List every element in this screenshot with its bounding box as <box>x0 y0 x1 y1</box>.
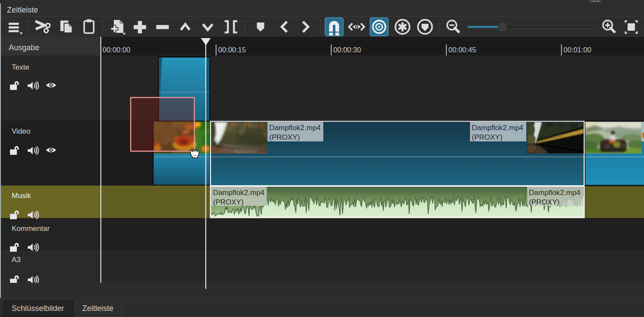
svg-text:(PROXY): (PROXY) <box>269 133 300 141</box>
svg-text:Dampflok2.mp4: Dampflok2.mp4 <box>529 189 580 197</box>
svg-text:(PROXY): (PROXY) <box>472 133 502 141</box>
svg-text:Dampflok2.mp4: Dampflok2.mp4 <box>472 124 523 132</box>
svg-text:00:00:00: 00:00:00 <box>103 46 130 54</box>
svg-text:(PROXY): (PROXY) <box>213 198 244 206</box>
svg-text:00:00:15: 00:00:15 <box>218 46 246 54</box>
svg-text:00:00:30: 00:00:30 <box>333 46 361 54</box>
svg-text:Dampflok2.mp4: Dampflok2.mp4 <box>269 124 321 132</box>
svg-text:00:00:45: 00:00:45 <box>448 46 476 54</box>
svg-text:Dampflok2.mp4: Dampflok2.mp4 <box>213 189 264 197</box>
svg-text:(PROXY): (PROXY) <box>529 198 560 206</box>
svg-text:00:01:00: 00:01:00 <box>564 46 591 54</box>
